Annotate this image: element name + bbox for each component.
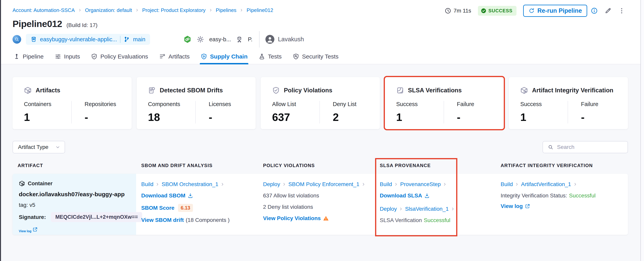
slsa-cell: Build ProvenanceStep Download SLSA Deplo…	[380, 174, 501, 235]
artifacts-table: ARTIFACT SBOM AND DRIFT ANALYSIS POLICY …	[12, 157, 628, 235]
artifact-type-dropdown[interactable]: Artifact Type	[12, 141, 65, 153]
summary-card-detected-sbom-drifts: Detected SBOM DriftsComponents18Licenses…	[137, 77, 256, 129]
tab-label: Inputs	[64, 53, 80, 60]
scrollbar-gutter[interactable]	[640, 0, 644, 261]
card-metric-value: 2	[333, 111, 367, 123]
card-metric-value: -	[208, 111, 243, 123]
view-log-link[interactable]: View log	[19, 230, 32, 233]
step-link[interactable]: SBOM Policy Enforcement_1	[288, 181, 360, 187]
rerun-label: Re-run Pipeline	[538, 7, 582, 14]
stage-link[interactable]: Build	[380, 181, 392, 187]
stage-link[interactable]: Build	[501, 181, 513, 187]
rerun-pipeline-button[interactable]: Re-run Pipeline	[523, 5, 587, 17]
tests-icon	[258, 53, 265, 60]
stage-link[interactable]: Deploy	[380, 206, 397, 212]
status-text: SUCCESS	[488, 8, 512, 13]
summary-card-slsa-verifications: SLSA VerificationsSuccess1Failure-	[385, 77, 504, 129]
breadcrumb-separator-icon	[135, 8, 139, 12]
breadcrumb-item[interactable]: Account: Automation-SSCA	[12, 7, 75, 13]
card-metric-value: -	[581, 111, 615, 123]
card-title: Detected SBOM Drifts	[160, 87, 223, 94]
artifact-type: Container	[28, 181, 52, 187]
step-link[interactable]: SlsaVerification_1	[405, 206, 449, 212]
artifact-cell: Container docker.io/lavakush07/easy-bugg…	[12, 174, 136, 235]
signature-value[interactable]: MEQCICde2Vjl...L+2+mqnOXw==	[51, 212, 142, 222]
breadcrumb-item[interactable]: Project: Product Exploratory	[142, 7, 206, 13]
search-input[interactable]	[557, 144, 623, 150]
header-integrity: ARTIFACT INTEGRITY VERIFICATION	[501, 163, 628, 168]
search-icon	[548, 144, 554, 150]
tab-label: Artifacts	[168, 53, 190, 60]
sbom-cell: Build SBOM Orchestration_1 Download SBOM…	[141, 174, 263, 235]
card-metric-label: Containers	[24, 101, 71, 107]
tab-label: Pipeline	[23, 53, 44, 60]
header-artifact: ARTIFACT	[12, 163, 141, 168]
artifact-type-label: Artifact Type	[18, 144, 48, 150]
header-sbom: SBOM AND DRIFT ANALYSIS	[141, 163, 263, 168]
download-slsa-link[interactable]: Download SLSA	[380, 193, 422, 199]
artifact-name: docker.io/lavakush07/easy-buggy-app	[19, 191, 130, 198]
step-link[interactable]: ArtifactVerification_1	[521, 181, 571, 187]
trigger-initial: P.	[248, 36, 252, 43]
more-options-button[interactable]	[618, 7, 625, 14]
slsa-icon	[396, 86, 404, 94]
tab-pipeline[interactable]: Pipeline	[12, 49, 44, 64]
deny-list-violations: 2 Deny list violations	[263, 204, 380, 210]
supply-chain-icon	[200, 53, 207, 60]
breadcrumb-item[interactable]: Organization: default	[85, 7, 132, 13]
tab-inputs[interactable]: Inputs	[54, 49, 81, 64]
download-sbom-link[interactable]: Download SBOM	[141, 193, 186, 199]
download-icon	[188, 193, 193, 199]
card-metric-value: 637	[272, 111, 320, 123]
artifact-tag: tag: v5	[19, 202, 130, 208]
sbom-score-link[interactable]: SBOM Score	[141, 205, 174, 211]
cube-icon	[24, 86, 32, 94]
card-title: Artifact Integrity Verification	[532, 87, 613, 94]
edit-pipeline-button[interactable]	[604, 7, 612, 14]
gear-icon[interactable]	[197, 36, 204, 43]
refresh-icon	[528, 8, 535, 14]
pencil-icon	[604, 7, 612, 14]
branch-name: main	[133, 36, 145, 43]
security-tests-icon	[292, 53, 299, 60]
external-link-icon	[32, 227, 38, 232]
info-icon	[591, 7, 598, 14]
infrastructure-icon	[236, 36, 243, 43]
breadcrumb-item[interactable]: Pipelines	[216, 7, 236, 13]
trigger-text: easy-b...	[209, 36, 231, 43]
card-metric-label: Licenses	[208, 101, 243, 107]
stage-link[interactable]: Build	[141, 181, 153, 187]
breadcrumb-separator-icon	[240, 8, 244, 12]
info-button[interactable]	[591, 7, 598, 14]
execution-duration: 7m 11s	[444, 7, 471, 14]
allow-list-violations: 637 Allow list violations	[263, 193, 380, 199]
chevron-right-icon	[451, 207, 455, 211]
card-metric-value: 1	[24, 111, 71, 123]
tab-security-tests[interactable]: Security Tests	[292, 49, 339, 64]
card-metric-value: 1	[396, 111, 444, 123]
tab-label: Tests	[268, 53, 282, 60]
chevron-right-icon	[282, 182, 286, 187]
slsa-status-label: SLSA Verification	[380, 217, 422, 224]
tab-tests[interactable]: Tests	[258, 49, 282, 64]
view-log-link[interactable]: View log	[501, 203, 523, 209]
tab-policy-evaluations[interactable]: Policy Evaluations	[90, 49, 149, 64]
card-metric-label: Components	[148, 101, 196, 107]
search-box[interactable]	[542, 141, 628, 153]
cube-icon	[520, 86, 528, 94]
webhook-trigger-icon	[183, 35, 192, 43]
step-link[interactable]: SBOM Orchestration_1	[162, 181, 218, 187]
tab-artifacts[interactable]: Artifacts	[158, 49, 190, 64]
tab-supply-chain[interactable]: Supply Chain	[200, 49, 248, 64]
summary-card-artifacts: ArtifactsContainers1Repositories-	[12, 77, 132, 129]
breadcrumb-item[interactable]: Pipeline012	[246, 7, 273, 13]
card-metric-label: Allow List	[272, 101, 320, 107]
trigger-type-icon	[12, 35, 21, 44]
card-metric-value: -	[457, 111, 491, 123]
view-policy-violations-link[interactable]: View Policy Violations	[263, 215, 321, 222]
card-title: Artifacts	[36, 87, 60, 94]
view-sbom-drift-link[interactable]: View SBOM drift	[141, 217, 184, 223]
step-link[interactable]: ProvenanceStep	[400, 181, 441, 187]
repo-branch-pill[interactable]: easybuggy-vulnerable-applic... main	[26, 34, 150, 45]
stage-link[interactable]: Deploy	[263, 181, 280, 187]
